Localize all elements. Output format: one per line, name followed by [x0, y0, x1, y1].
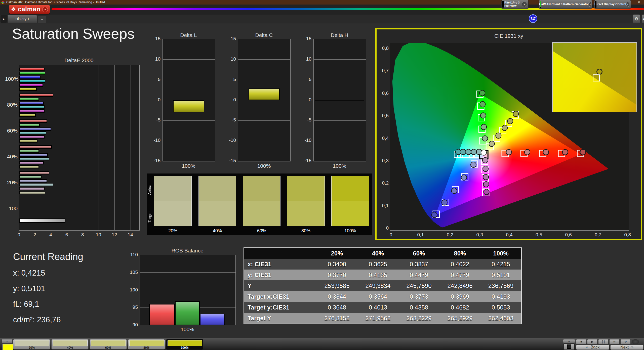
y-tick-label: 10 — [301, 56, 311, 62]
pattern-swatch — [53, 340, 88, 346]
transport-stop-button[interactable]: ■ — [576, 339, 586, 344]
value-cell: 265,2929 — [439, 313, 480, 324]
bar — [19, 145, 52, 149]
gear-icon[interactable]: ⚙ — [632, 14, 640, 23]
pattern-panel-expand-button[interactable]: ▲ — [2, 339, 13, 343]
swatch-level-label: 40% — [198, 228, 236, 234]
value-cell: 0,3773 — [398, 291, 439, 302]
meter-dropdown[interactable]: X-Rite i1Pro 3Direct View ▼ — [501, 0, 529, 9]
chart-title: Delta C — [238, 32, 290, 38]
back-button[interactable]: « Back — [576, 345, 609, 350]
x-tick-label: 0,2 — [444, 232, 456, 238]
deltae-2000-chart: DeltaE 2000100%80%60%40%20%1000246810121… — [5, 57, 146, 237]
bar — [19, 68, 45, 71]
gridline — [163, 120, 215, 121]
y-tick-label: -15 — [225, 158, 236, 163]
collapse-panel-icon[interactable]: ◀ — [641, 14, 644, 23]
y-tick-label: -5 — [150, 117, 160, 123]
y-tick-label: 0 — [225, 97, 236, 103]
bar — [19, 153, 48, 157]
actual-target-swatch-panel: ActualTarget20%40%60%80%100% — [147, 173, 372, 235]
y-tick-label: 10 — [225, 56, 236, 62]
bar — [19, 123, 40, 127]
transport-continuous-button[interactable]: ∞ — [609, 339, 620, 344]
transport-play-button[interactable]: ▶ — [587, 339, 597, 344]
bar — [19, 187, 45, 190]
pattern-generator-dropdown[interactable]: CalMAN Client 3 Pattern Generator ▼ — [539, 0, 592, 9]
pattern-button-100%[interactable]: 100% — [166, 339, 203, 349]
swatch-level-label: 80% — [287, 228, 325, 234]
cie-1931-xy-chart[interactable]: CIE 1931 xy0,80,70,60,50,40,30,20,1000,1… — [375, 28, 642, 240]
y-tick-label: 0,7 — [379, 68, 389, 73]
x-tick-label: 4 — [46, 232, 56, 238]
y-tick-label: 5 — [301, 77, 311, 82]
bar — [19, 149, 39, 153]
value-cell: 0,4135 — [357, 270, 398, 280]
delta-h-chart: Delta H151050-5-10-15100% — [301, 32, 376, 177]
cyan-measured-point — [456, 149, 461, 155]
transport-range-button[interactable]: [·] — [598, 339, 609, 344]
transport-repeat-button[interactable]: ↻ — [620, 339, 631, 344]
red-bar — [149, 304, 175, 325]
close-button[interactable]: ✕ — [634, 0, 644, 5]
bar — [19, 79, 45, 83]
row-label-cell: x: CIE31 — [244, 259, 316, 270]
target-swatch — [199, 201, 236, 226]
category-label: 60% — [5, 128, 18, 134]
inset-target-marker — [593, 74, 600, 81]
next-button[interactable]: Next » — [610, 345, 643, 350]
actual-swatch — [154, 176, 191, 201]
row-label-cell: Y — [244, 280, 316, 291]
y-tick-label: 105 — [126, 270, 138, 275]
value-cell: 0,5053 — [480, 302, 521, 313]
transport-panel-expand-button[interactable]: ▲ — [563, 339, 575, 343]
y-tick-label: 15 — [150, 36, 160, 41]
current-reading-title: Current Reading — [13, 251, 83, 262]
y-tick-label: 0,1 — [379, 203, 389, 208]
y-tick-label: 110 — [126, 252, 138, 257]
header-cell: 80% — [439, 248, 480, 259]
value-cell: 0,4013 — [357, 302, 398, 313]
table-row: y: CIE310,37700,41350,44790,47790,5101 — [244, 270, 521, 280]
pattern-label: 80% — [128, 346, 165, 349]
calman-menu-button[interactable]: ❖ calman ▼ — [9, 5, 50, 14]
pattern-button-60%[interactable]: 60% — [90, 339, 127, 349]
bar — [19, 105, 45, 109]
bar — [19, 119, 47, 123]
value-cell: 236,7569 — [480, 280, 521, 291]
gridline — [67, 65, 67, 230]
y-tick-label: -10 — [150, 138, 160, 143]
green-measured-point — [480, 113, 486, 118]
blue-measured-point — [442, 200, 447, 205]
back-chevron-icon: « — [586, 345, 588, 349]
gridline — [314, 80, 366, 80]
tab-scroll-button[interactable]: ▶ — [1, 15, 7, 23]
add-tab-button[interactable]: + — [38, 16, 46, 23]
gridline — [314, 141, 366, 141]
display-control-dropdown[interactable]: Direct Display Control ▼ — [594, 0, 631, 9]
magenta-measured-point — [483, 182, 489, 187]
pattern-button-80%[interactable]: 80% — [128, 339, 165, 349]
measurement-table: 20%40%60%80%100%x: CIE310,34000,36250,38… — [244, 247, 522, 324]
bottom-bar: ▲ 20%40%60%80%100% ▲ ■▶[·]∞↻ « Back Next… — [0, 338, 644, 350]
gridline — [99, 65, 99, 230]
x-category-label: 100% — [313, 163, 366, 169]
red-measured-point — [543, 149, 549, 155]
bar — [19, 175, 42, 179]
gridline — [314, 59, 366, 60]
y-tick-label: -5 — [301, 117, 311, 123]
cyan-measured-point — [466, 149, 471, 155]
swatch-pair — [287, 176, 325, 226]
pattern-button-20%[interactable]: 20% — [13, 339, 50, 349]
tab-history-1[interactable]: History 1 — [8, 15, 37, 23]
stop-measurement-button[interactable] — [564, 343, 575, 350]
chart-title: Delta H — [313, 32, 366, 38]
bar — [19, 113, 36, 117]
table-row: Target y:CIE310,36480,40130,43580,46820,… — [244, 302, 521, 313]
delta-plot — [313, 39, 366, 161]
pattern-button-40%[interactable]: 40% — [51, 339, 89, 349]
status-knob — [632, 339, 639, 344]
chevron-down-icon: ▼ — [522, 2, 527, 7]
value-cell: 271,9562 — [357, 313, 398, 324]
chart-title: RGB Balance — [140, 248, 235, 254]
